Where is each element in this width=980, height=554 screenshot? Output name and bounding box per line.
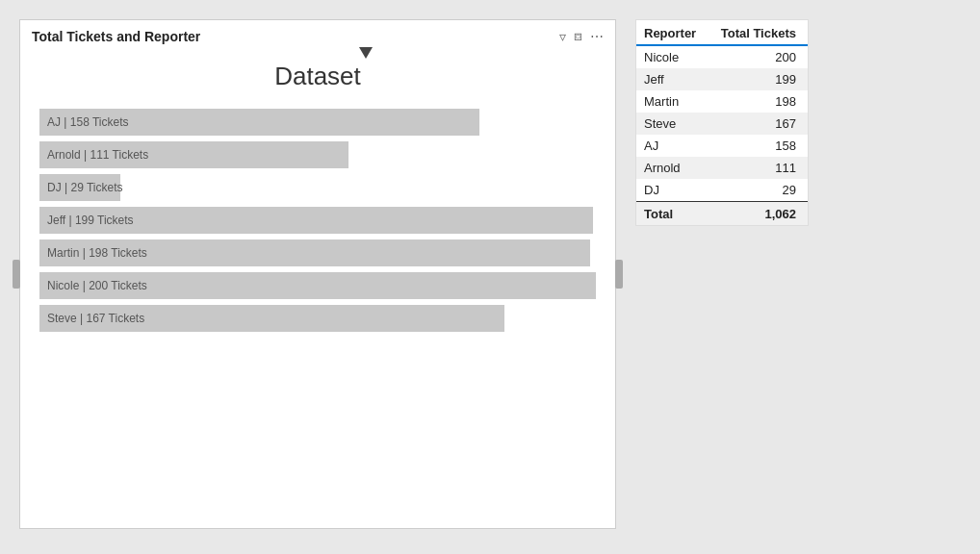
bar-label: DJ | 29 Tickets xyxy=(47,181,122,194)
bar-wrap: DJ | 29 Tickets xyxy=(39,174,596,201)
table-panel: Reporter Total Tickets Nicole200Jeff199M… xyxy=(635,19,809,226)
reporter-cell: Nicole xyxy=(636,45,710,68)
chart-panel: Total Tickets and Reporter ▿ ⧈ ⋯ Dataset… xyxy=(19,19,616,529)
reporter-cell: Jeff xyxy=(636,68,710,90)
bar-fill[interactable]: AJ | 158 Tickets xyxy=(39,109,479,136)
bar-fill[interactable]: Arnold | 111 Tickets xyxy=(39,141,348,168)
tickets-cell: 111 xyxy=(710,157,808,179)
tickets-cell: 167 xyxy=(710,113,808,135)
bar-wrap: Jeff | 199 Tickets xyxy=(39,207,596,234)
bar-fill[interactable]: Nicole | 200 Tickets xyxy=(39,272,596,299)
reporter-cell: AJ xyxy=(636,135,710,157)
tickets-cell: 158 xyxy=(710,135,808,157)
bar-label: Arnold | 111 Tickets xyxy=(47,148,148,162)
bar-row: DJ | 29 Tickets xyxy=(39,174,596,201)
total-value: 1,062 xyxy=(710,202,808,226)
tickets-cell: 200 xyxy=(710,45,808,68)
dataset-title: Dataset xyxy=(274,62,361,91)
bar-fill[interactable]: DJ | 29 Tickets xyxy=(39,174,120,201)
bar-row: Arnold | 111 Tickets xyxy=(39,141,596,168)
table-row[interactable]: Nicole200 xyxy=(636,45,808,68)
table-row[interactable]: AJ158 xyxy=(636,135,808,157)
bar-wrap: Arnold | 111 Tickets xyxy=(39,141,596,168)
table-row[interactable]: Arnold111 xyxy=(636,157,808,179)
resize-handle-right[interactable] xyxy=(615,260,623,289)
total-label: Total xyxy=(636,202,710,226)
bar-label: Martin | 198 Tickets xyxy=(47,246,147,260)
bar-chart: AJ | 158 TicketsArnold | 111 TicketsDJ |… xyxy=(39,109,596,332)
bar-wrap: Martin | 198 Tickets xyxy=(39,239,596,266)
filter-icon[interactable]: ▿ xyxy=(559,29,566,44)
bar-label: Nicole | 200 Tickets xyxy=(47,279,147,292)
col-tickets-header[interactable]: Total Tickets xyxy=(710,20,808,45)
total-row: Total1,062 xyxy=(636,202,808,226)
bar-row: Steve | 167 Tickets xyxy=(39,305,596,332)
bar-wrap: Steve | 167 Tickets xyxy=(39,305,596,332)
chart-header: Total Tickets and Reporter ▿ ⧈ ⋯ xyxy=(20,20,615,52)
bar-row: Nicole | 200 Tickets xyxy=(39,272,596,299)
table-row[interactable]: Jeff199 xyxy=(636,68,808,90)
bar-label: Jeff | 199 Tickets xyxy=(47,214,134,227)
more-icon[interactable]: ⋯ xyxy=(590,29,604,44)
reporter-cell: Arnold xyxy=(636,157,710,179)
tickets-cell: 198 xyxy=(710,90,808,113)
bar-label: AJ | 158 Tickets xyxy=(47,115,129,129)
bar-wrap: AJ | 158 Tickets xyxy=(39,109,596,136)
resize-handle-left[interactable] xyxy=(13,260,20,289)
bar-row: Martin | 198 Tickets xyxy=(39,239,596,266)
table-header-row: Reporter Total Tickets xyxy=(636,20,808,45)
bar-row: AJ | 158 Tickets xyxy=(39,109,596,136)
chart-title: Total Tickets and Reporter xyxy=(32,29,200,44)
bar-fill[interactable]: Jeff | 199 Tickets xyxy=(39,207,593,234)
tickets-cell: 29 xyxy=(710,179,808,202)
reporter-cell: DJ xyxy=(636,179,710,202)
table-row[interactable]: Steve167 xyxy=(636,113,808,135)
bar-fill[interactable]: Steve | 167 Tickets xyxy=(39,305,504,332)
col-reporter-header[interactable]: Reporter xyxy=(636,20,710,45)
bar-wrap: Nicole | 200 Tickets xyxy=(39,272,596,299)
bar-fill[interactable]: Martin | 198 Tickets xyxy=(39,239,590,266)
bar-row: Jeff | 199 Tickets xyxy=(39,207,596,234)
chart-body: Dataset AJ | 158 TicketsArnold | 111 Tic… xyxy=(20,52,615,341)
reporter-cell: Martin xyxy=(636,90,710,113)
chart-toolbar: ▿ ⧈ ⋯ xyxy=(559,28,604,44)
table-row[interactable]: DJ29 xyxy=(636,179,808,202)
expand-icon[interactable]: ⧈ xyxy=(574,28,582,44)
bar-label: Steve | 167 Tickets xyxy=(47,312,144,325)
data-table: Reporter Total Tickets Nicole200Jeff199M… xyxy=(636,20,808,225)
table-row[interactable]: Martin198 xyxy=(636,90,808,113)
reporter-cell: Steve xyxy=(636,113,710,135)
tickets-cell: 199 xyxy=(710,68,808,90)
